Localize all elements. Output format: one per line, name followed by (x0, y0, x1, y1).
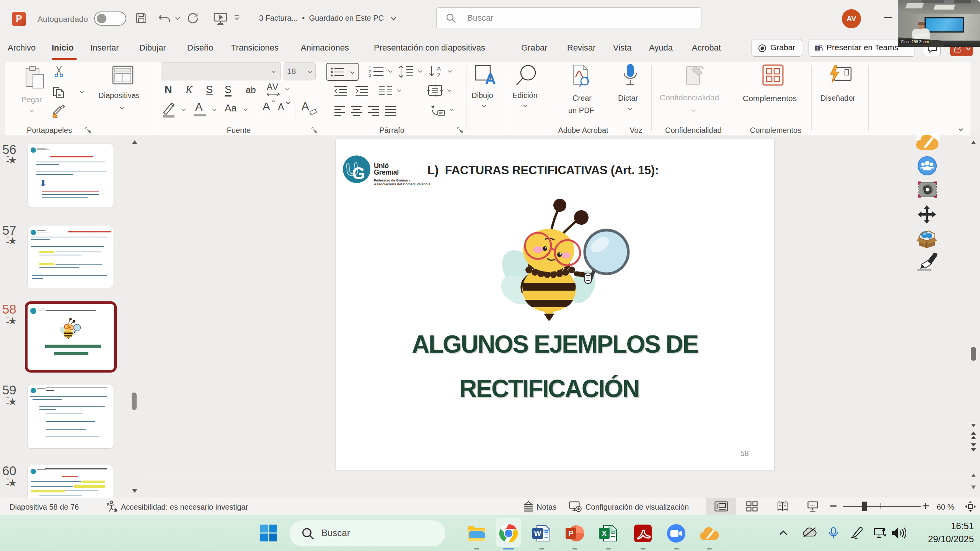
svg-text:P: P (568, 529, 573, 538)
svg-text:3: 3 (369, 74, 371, 77)
svg-text:A: A (437, 65, 441, 72)
svg-text:G: G (352, 164, 365, 183)
svg-text:Z: Z (437, 72, 440, 78)
svg-text:W: W (534, 529, 541, 538)
svg-text:X: X (602, 529, 607, 538)
svg-text:T: T (816, 46, 818, 51)
svg-text:A: A (485, 70, 496, 86)
